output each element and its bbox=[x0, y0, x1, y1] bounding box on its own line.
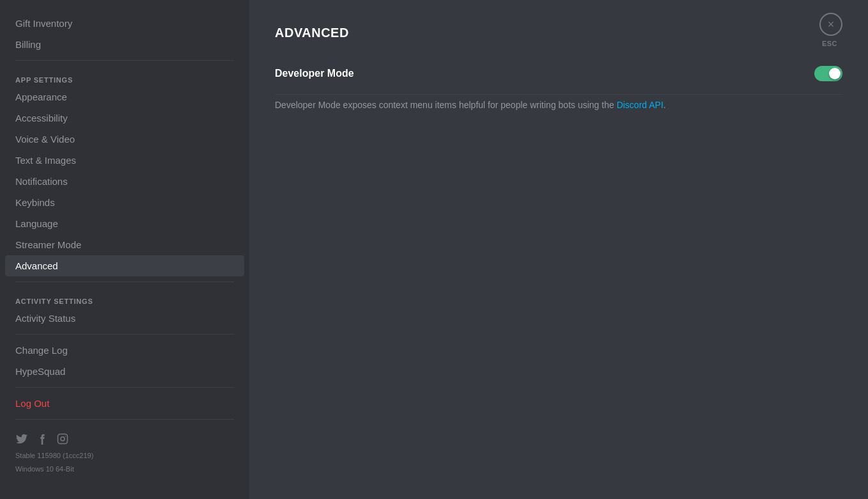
divider-top bbox=[15, 60, 234, 61]
close-icon: × bbox=[828, 18, 835, 31]
sidebar-item-text-images[interactable]: Text & Images bbox=[5, 150, 244, 171]
sidebar-item-advanced[interactable]: Advanced bbox=[5, 255, 244, 276]
description-text-before: Developer Mode exposes context menu item… bbox=[275, 100, 617, 110]
divider-app-activity bbox=[15, 281, 234, 282]
instagram-icon[interactable] bbox=[56, 432, 69, 445]
section-activity-settings: ACTIVITY SETTINGS bbox=[5, 287, 244, 308]
platform-text: Windows 10 64-Bit bbox=[15, 464, 234, 475]
developer-mode-info: Developer Mode bbox=[275, 68, 354, 79]
sidebar-item-notifications[interactable]: Notifications bbox=[5, 171, 244, 192]
description-text-after: . bbox=[663, 100, 666, 110]
main-content: Advanced × ESC Developer Mode Developer … bbox=[249, 0, 868, 499]
section-app-settings: APP SETTINGS bbox=[5, 66, 244, 86]
developer-mode-row: Developer Mode bbox=[275, 56, 842, 91]
developer-mode-toggle-container[interactable] bbox=[814, 66, 842, 81]
sidebar-item-hypesquad[interactable]: HypeSquad bbox=[5, 361, 244, 382]
sidebar-item-activity-status[interactable]: Activity Status bbox=[5, 308, 244, 329]
facebook-icon[interactable] bbox=[36, 432, 49, 445]
divider-misc-logout bbox=[15, 387, 234, 388]
sidebar-footer: Stable 115980 (1ccc219) Windows 10 64-Bi… bbox=[5, 425, 244, 479]
sidebar-item-streamer-mode[interactable]: Streamer Mode bbox=[5, 234, 244, 255]
logout-button[interactable]: Log Out bbox=[5, 393, 244, 414]
sidebar-item-appearance[interactable]: Appearance bbox=[5, 86, 244, 107]
sidebar-item-change-log[interactable]: Change Log bbox=[5, 340, 244, 361]
social-icons bbox=[15, 430, 234, 448]
sidebar-nav: Gift Inventory Billing APP SETTINGS Appe… bbox=[0, 13, 249, 479]
close-button[interactable]: × bbox=[819, 13, 842, 36]
sidebar-item-language[interactable]: Language bbox=[5, 213, 244, 234]
toggle-thumb bbox=[829, 68, 841, 79]
version-text: Stable 115980 (1ccc219) bbox=[15, 450, 234, 461]
developer-mode-toggle[interactable] bbox=[814, 66, 842, 81]
sidebar: Gift Inventory Billing APP SETTINGS Appe… bbox=[0, 0, 249, 499]
twitter-icon[interactable] bbox=[15, 432, 28, 445]
sidebar-item-gift-inventory[interactable]: Gift Inventory bbox=[5, 13, 244, 34]
sidebar-item-billing[interactable]: Billing bbox=[5, 34, 244, 55]
developer-mode-divider bbox=[275, 94, 842, 95]
svg-rect-0 bbox=[58, 434, 68, 444]
divider-logout-footer bbox=[15, 419, 234, 420]
developer-mode-label: Developer Mode bbox=[275, 68, 354, 79]
svg-point-1 bbox=[61, 437, 65, 441]
page-title: Advanced bbox=[275, 26, 842, 40]
esc-label: ESC bbox=[822, 40, 837, 47]
svg-point-2 bbox=[65, 436, 66, 437]
sidebar-item-accessibility[interactable]: Accessibility bbox=[5, 107, 244, 129]
sidebar-item-voice-video[interactable]: Voice & Video bbox=[5, 129, 244, 150]
sidebar-item-keybinds[interactable]: Keybinds bbox=[5, 192, 244, 213]
divider-activity-misc bbox=[15, 334, 234, 335]
developer-mode-description: Developer Mode exposes context menu item… bbox=[275, 99, 842, 112]
discord-api-link[interactable]: Discord API bbox=[617, 100, 663, 110]
